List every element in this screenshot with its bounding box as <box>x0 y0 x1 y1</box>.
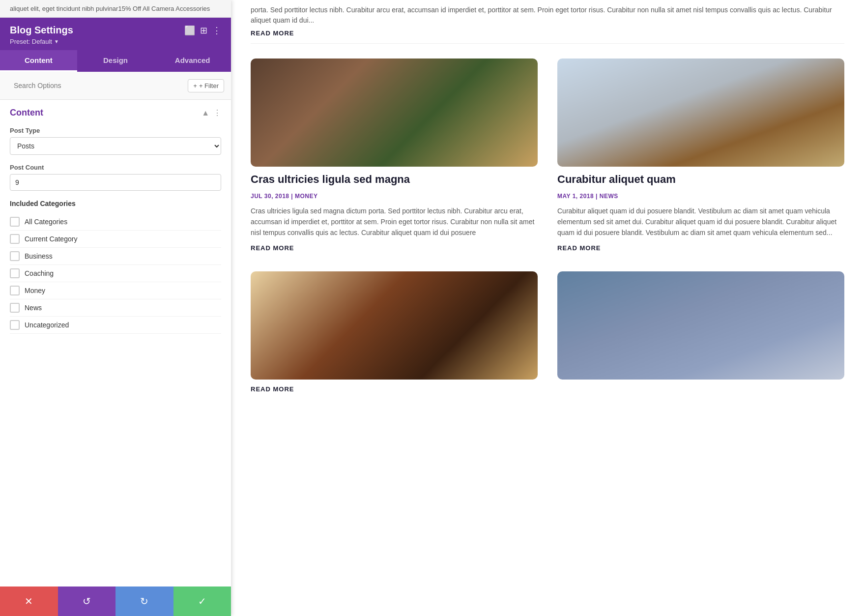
post-count-label: Post Count <box>10 164 221 171</box>
list-item: News <box>10 299 221 317</box>
post-count-input[interactable] <box>10 174 221 191</box>
money-checkbox[interactable] <box>10 286 20 295</box>
redo-icon: ↻ <box>140 595 148 607</box>
money-label: Money <box>25 287 45 294</box>
blog-post-1: Cras ultricies ligula sed magna JUL 30, … <box>251 59 538 252</box>
blog-post-1-read-more[interactable]: READ MORE <box>251 244 538 252</box>
current-category-checkbox[interactable] <box>10 234 20 244</box>
blog-post-2-meta: MAY 1, 2018 | NEWS <box>557 193 844 200</box>
blog-settings-panel: aliquet elit, eget tincidunt nibh pulvin… <box>0 0 231 616</box>
tab-advanced[interactable]: Advanced <box>154 50 231 72</box>
blog-post-2-image <box>557 59 844 167</box>
top-bar-text: aliquet elit, eget tincidunt nibh pulvin… <box>10 5 210 12</box>
bottom-read-more-link[interactable]: READ MORE <box>251 385 294 393</box>
section-more-icon[interactable]: ⋮ <box>213 108 221 117</box>
list-item: Money <box>10 282 221 299</box>
business-label: Business <box>25 252 53 260</box>
blog-post-2: Curabitur aliquet quam MAY 1, 2018 | NEW… <box>557 59 844 252</box>
categories-label: Included Categories <box>10 200 221 207</box>
search-input[interactable] <box>7 77 184 94</box>
main-top-excerpt: porta. Sed porttitor lectus nibh. Curabi… <box>251 0 844 44</box>
panel-title: Blog Settings <box>10 25 73 36</box>
redo-button[interactable]: ↻ <box>115 587 173 616</box>
current-category-label: Current Category <box>25 235 77 243</box>
preset-label: Preset: Default <box>10 38 52 45</box>
tab-content-label: Content <box>25 56 53 64</box>
top-read-more-link[interactable]: READ MORE <box>251 29 294 38</box>
all-categories-label: All Categories <box>25 218 67 226</box>
list-item: Business <box>10 248 221 265</box>
all-categories-checkbox[interactable] <box>10 217 20 227</box>
coaching-checkbox[interactable] <box>10 268 20 278</box>
panel-tabs: Content Design Advanced <box>0 50 231 72</box>
panel-header: Blog Settings ⬜ ⊞ ⋮ Preset: Default ▼ <box>0 18 231 50</box>
blog-post-1-image <box>251 59 538 167</box>
blog-post-1-title: Cras ultricies ligula sed magna <box>251 173 538 187</box>
undo-button[interactable]: ↺ <box>58 587 116 616</box>
business-checkbox[interactable] <box>10 251 20 261</box>
list-item: All Categories <box>10 213 221 231</box>
included-categories-section: Included Categories All Categories Curre… <box>10 200 221 334</box>
columns-icon[interactable]: ⊞ <box>200 25 207 36</box>
tab-design-label: Design <box>103 56 128 64</box>
uncategorized-label: Uncategorized <box>25 321 69 329</box>
panel-search-bar: + + Filter <box>0 72 231 100</box>
blog-post-1-excerpt: Cras ultricies ligula sed magna dictum p… <box>251 205 538 238</box>
blog-post-2-read-more[interactable]: READ MORE <box>557 244 844 252</box>
tab-advanced-label: Advanced <box>175 56 210 64</box>
panel-bottom-actions: ✕ ↺ ↻ ✓ <box>0 587 231 616</box>
blog-post-1-meta: JUL 30, 2018 | MONEY <box>251 193 538 200</box>
blog-post-2-excerpt: Curabitur aliquet quam id dui posuere bl… <box>557 205 844 238</box>
section-actions: ▲ ⋮ <box>202 108 221 117</box>
tab-design[interactable]: Design <box>77 50 154 72</box>
undo-icon: ↺ <box>83 595 91 607</box>
news-checkbox[interactable] <box>10 303 20 313</box>
close-icon: ✕ <box>25 595 33 607</box>
post-count-field: Post Count <box>10 164 221 200</box>
panel-content: Content ▲ ⋮ Post Type Posts Pages Portfo… <box>0 100 231 587</box>
uncategorized-checkbox[interactable] <box>10 320 20 330</box>
blog-post-4-image <box>557 271 844 380</box>
blog-post-2-title: Curabitur aliquet quam <box>557 173 844 187</box>
panel-top-bar: aliquet elit, eget tincidunt nibh pulvin… <box>0 0 231 18</box>
news-label: News <box>25 304 42 312</box>
frame-icon[interactable]: ⬜ <box>184 25 195 36</box>
coaching-label: Coaching <box>25 269 54 277</box>
filter-icon: + <box>193 82 197 89</box>
close-button[interactable]: ✕ <box>0 587 58 616</box>
list-item: Coaching <box>10 265 221 282</box>
section-header: Content ▲ ⋮ <box>10 108 221 118</box>
checkmark-icon: ✓ <box>198 595 206 607</box>
post-type-select[interactable]: Posts Pages Portfolio <box>10 137 221 155</box>
list-item: Uncategorized <box>10 317 221 334</box>
blog-post-4 <box>557 271 844 380</box>
filter-label: + Filter <box>199 82 219 89</box>
save-button[interactable]: ✓ <box>173 587 231 616</box>
tab-content[interactable]: Content <box>0 50 77 72</box>
chevron-down-icon: ▼ <box>54 39 59 44</box>
post-type-field: Post Type Posts Pages Portfolio <box>10 127 221 164</box>
panel-preset[interactable]: Preset: Default ▼ <box>10 38 221 45</box>
main-content-area: porta. Sed porttitor lectus nibh. Curabi… <box>231 0 864 616</box>
top-excerpt-text: porta. Sed porttitor lectus nibh. Curabi… <box>251 6 832 24</box>
post-type-label: Post Type <box>10 127 221 134</box>
filter-button[interactable]: + + Filter <box>188 79 224 92</box>
section-title: Content <box>10 108 43 118</box>
more-icon[interactable]: ⋮ <box>212 25 221 36</box>
blog-post-3-image <box>251 271 538 380</box>
blog-post-3 <box>251 271 538 380</box>
panel-header-icons: ⬜ ⊞ ⋮ <box>184 25 221 36</box>
collapse-icon[interactable]: ▲ <box>202 109 209 117</box>
list-item: Current Category <box>10 231 221 248</box>
blog-posts-grid: Cras ultricies ligula sed magna JUL 30, … <box>251 44 844 394</box>
